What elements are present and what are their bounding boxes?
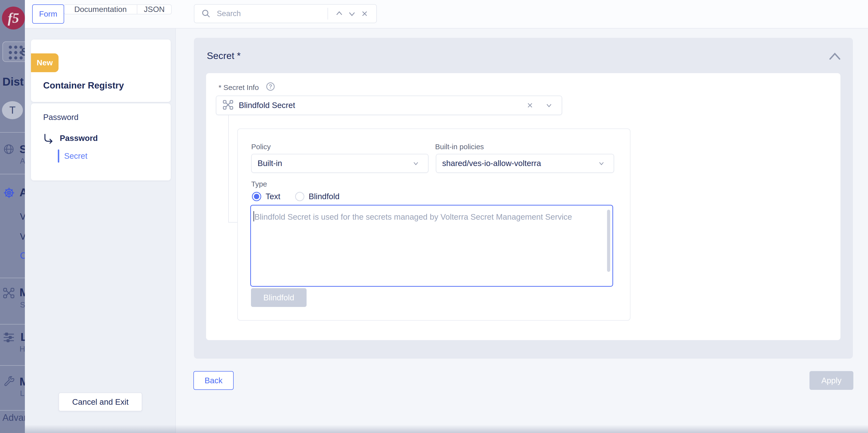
secret-section-title: Secret * xyxy=(207,51,241,61)
chevron-down-icon[interactable] xyxy=(542,99,555,112)
secret-textarea[interactable] xyxy=(250,205,613,287)
secret-textarea-wrapper xyxy=(250,205,613,287)
secret-info-value: Blindfold Secret xyxy=(239,101,295,110)
f5-logo: f5 xyxy=(2,7,25,30)
radio-text[interactable] xyxy=(252,192,261,201)
form-slideover-panel: Form Documentation JSON Search xyxy=(25,0,868,433)
rail-item-label: C xyxy=(20,251,25,261)
required-mark: * xyxy=(237,51,241,61)
policy-value: Built-in xyxy=(257,159,282,168)
chevron-down-icon xyxy=(409,157,422,170)
rail-item-sub: A xyxy=(20,157,25,165)
rail-item-label: M xyxy=(20,375,25,388)
cancel-and-exit-button[interactable]: Cancel and Exit xyxy=(59,393,142,411)
rail-divider xyxy=(0,174,25,174)
rail-divider xyxy=(0,324,25,324)
apply-button[interactable]: Apply xyxy=(809,371,854,390)
rail-item-label: V xyxy=(20,212,25,222)
textarea-scrollbar[interactable] xyxy=(607,210,610,272)
blindfold-secret-card: Policy Built-in policies Built-in shared… xyxy=(237,128,630,320)
radio-blindfold-label[interactable]: Blindfold xyxy=(309,192,340,201)
wrench-icon xyxy=(3,375,14,388)
type-radio-group: Text Blindfold xyxy=(252,190,340,203)
tab-group: Documentation JSON xyxy=(64,4,172,14)
wizard-title-card: New Container Registry xyxy=(31,39,171,102)
rail-divider xyxy=(0,365,25,366)
mesh-icon xyxy=(3,287,14,300)
rail-item-label: S xyxy=(20,143,25,156)
tab-documentation[interactable]: Documentation xyxy=(64,5,137,14)
namespace-avatar: T xyxy=(2,101,23,119)
new-badge: New xyxy=(31,53,59,72)
panel-topbar: Form Documentation JSON Search xyxy=(25,0,868,29)
rail-item-label: V xyxy=(20,231,25,242)
rail-partial-text: S xyxy=(21,46,25,58)
mesh-icon xyxy=(223,99,234,111)
background-app-rail: f5 S Dist T S A A V V C M S xyxy=(0,0,25,433)
search-icon xyxy=(200,7,212,20)
rail-item-sub: H xyxy=(20,344,25,353)
back-button[interactable]: Back xyxy=(193,371,234,390)
wizard-steps-card: Password Password Secret xyxy=(31,103,171,180)
chevron-down-icon xyxy=(595,157,608,170)
policy-label: Policy xyxy=(251,143,271,151)
secret-info-card: * Secret Info ? Blindfold Secret xyxy=(206,73,840,340)
info-help-icon[interactable]: ? xyxy=(266,83,275,91)
rail-heading-partial: Dist xyxy=(2,75,24,88)
rail-item-label: M xyxy=(20,286,25,299)
search-bar[interactable]: Search xyxy=(194,4,377,23)
nest-connector-vertical xyxy=(228,115,229,223)
rail-item-sub: L xyxy=(20,389,24,398)
blindfold-button[interactable]: Blindfold xyxy=(251,288,307,307)
policy-select[interactable]: Built-in xyxy=(251,154,429,173)
rail-item-sub: S xyxy=(20,300,25,309)
builtin-policies-value: shared/ves-io-allow-volterra xyxy=(442,159,541,168)
wizard-title: Container Registry xyxy=(43,81,124,91)
wizard-step-password[interactable]: Password xyxy=(60,133,98,143)
f5-logo-text: f5 xyxy=(8,10,19,26)
search-divider xyxy=(328,8,328,20)
collapse-section-button[interactable] xyxy=(828,51,842,62)
rail-item-label: A xyxy=(20,186,25,199)
wizard-group-label: Password xyxy=(43,113,79,122)
search-clear-button[interactable] xyxy=(358,7,371,20)
builtin-policies-select[interactable]: shared/ves-io-allow-volterra xyxy=(436,154,614,173)
radio-blindfold[interactable] xyxy=(295,192,304,201)
nest-connector-horizontal xyxy=(228,222,237,223)
secret-section-panel: Secret * * Secret Info ? xyxy=(194,38,853,359)
rail-footer-partial: Advan xyxy=(2,412,25,423)
clear-selection-icon[interactable] xyxy=(524,99,536,112)
search-prev-button[interactable] xyxy=(333,7,346,20)
builtin-policies-label: Built-in policies xyxy=(435,143,484,151)
sliders-icon xyxy=(3,332,14,344)
search-input[interactable]: Search xyxy=(217,9,323,18)
grid-icon xyxy=(9,45,23,60)
active-step-indicator xyxy=(58,150,59,163)
text-caret xyxy=(253,211,254,221)
helm-wheel-icon xyxy=(3,187,14,199)
wizard-step-secret[interactable]: Secret xyxy=(64,151,87,161)
rail-divider xyxy=(0,278,25,278)
rail-item-label: L xyxy=(21,330,25,343)
tab-json[interactable]: JSON xyxy=(137,5,171,14)
wizard-nav-column: New Container Registry Password Password… xyxy=(25,29,176,433)
form-main-area: Secret * * Secret Info ? xyxy=(176,29,868,433)
globe-icon xyxy=(3,143,14,156)
substep-arrow-icon xyxy=(43,133,54,145)
rail-divider xyxy=(0,410,25,410)
secret-info-label: * Secret Info xyxy=(219,83,259,92)
secret-info-select[interactable]: Blindfold Secret xyxy=(216,96,562,115)
rail-divider xyxy=(0,132,25,133)
search-next-button[interactable] xyxy=(346,7,358,20)
type-label: Type xyxy=(251,180,267,188)
radio-text-label[interactable]: Text xyxy=(266,192,280,201)
tab-form[interactable]: Form xyxy=(32,4,64,24)
